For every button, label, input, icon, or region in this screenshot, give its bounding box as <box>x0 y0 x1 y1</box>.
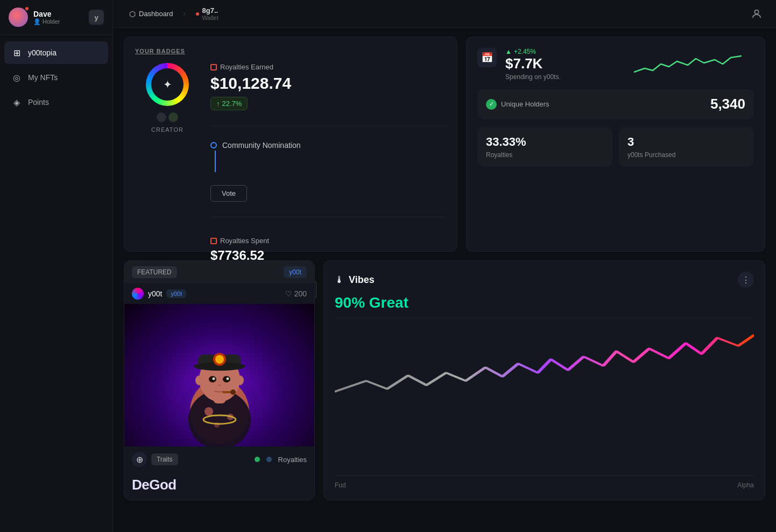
heart-icon: ♡ <box>285 289 292 298</box>
dashboard-label: Dashboard <box>139 10 173 18</box>
user-role: 👤 Holder <box>33 18 83 25</box>
traits-active-dot <box>255 457 260 462</box>
holders-left: ✓ Unique Holders <box>486 99 549 110</box>
vibes-divider <box>335 318 754 318</box>
user-name: Dave <box>33 10 83 18</box>
thermometer-icon: 🌡 <box>335 274 344 286</box>
arrow-up-icon-2: ▲ <box>505 48 512 55</box>
nft-username: y00t <box>148 289 162 298</box>
spending-chart <box>634 48 754 75</box>
wallet-address: 8g7.. <box>202 6 218 15</box>
holders-check-icon: ✓ <box>486 99 497 110</box>
royalties-pct-label: Royalties <box>486 151 604 159</box>
royalties-spent-label: Royalties Spent <box>220 237 269 245</box>
purchased-value: 3 <box>627 135 745 149</box>
vibes-title: Vibes <box>349 274 375 286</box>
dashboard-icon: ⬡ <box>129 10 136 18</box>
royalties-earned-pct: 22.7% <box>222 100 242 108</box>
red-square-icon <box>210 64 217 70</box>
svg-point-17 <box>212 378 215 380</box>
holders-label: Unique Holders <box>501 100 549 108</box>
y-badge[interactable]: y <box>89 10 104 25</box>
nft-tag-y00t: y00t <box>284 266 307 278</box>
stats-spending-row: 📅 ▲ +2.45% $7.7K Spending on y00ts. <box>477 48 754 81</box>
sidebar-item-label: y00topia <box>28 48 57 57</box>
stats-card: 📅 ▲ +2.45% $7.7K Spending on y00ts. <box>466 37 765 252</box>
nft-card: FEATURED y00t y00t y00t ♡ 200 <box>124 260 315 500</box>
arrow-up-icon: ↑ <box>216 100 220 108</box>
points-icon: ◈ <box>11 96 23 108</box>
nft-traits-label[interactable]: Traits <box>151 453 178 465</box>
sidebar-item-label: My NFTs <box>28 73 58 82</box>
svg-point-4 <box>204 407 213 416</box>
nft-likes-count: 200 <box>294 289 307 298</box>
holders-row: ✓ Unique Holders 5,340 <box>477 89 754 119</box>
nft-title: DeGod <box>132 477 307 493</box>
nft-name-row: y00t y00t <box>132 288 186 300</box>
vibes-menu-button[interactable]: ⋮ <box>738 272 754 288</box>
nft-likes: ♡ 200 <box>285 289 307 298</box>
nomination-indicator <box>210 141 217 172</box>
user-info: Dave 👤 Holder <box>33 10 83 25</box>
badge-small-1 <box>157 112 166 122</box>
topbar-wallet[interactable]: 8g7.. Wallet <box>191 3 224 24</box>
vibes-quality: Great <box>369 294 408 311</box>
nft-royalties-label[interactable]: Royalties <box>278 456 307 464</box>
nomination-section: Community Nomination <box>210 141 446 172</box>
red-square-icon-2 <box>210 238 217 244</box>
nft-title-section: DeGod <box>124 472 314 500</box>
notification-dot <box>25 6 29 11</box>
vibes-title-row: 🌡 Vibes <box>335 274 375 286</box>
nomination-dot <box>210 142 217 148</box>
nomination-content: Community Nomination <box>222 141 301 172</box>
sidebar-item-points[interactable]: ◈ Points <box>4 91 108 114</box>
royalties-earned-header: Royalties Earned <box>210 63 446 71</box>
vote-button[interactable]: Vote <box>210 185 247 202</box>
wallet-label: Wallet <box>202 15 218 21</box>
royalties-spent-header: Royalties Spent <box>210 237 446 245</box>
profile-icon[interactable] <box>748 5 765 23</box>
purchased-stat-box: 3 y00ts Purchased <box>619 127 754 166</box>
nft-footer-icons: ⊕ Traits <box>132 452 178 467</box>
stats-bottom: 33.33% Royalties 3 y00ts Purchased <box>477 127 754 166</box>
badge-circle: ✦ <box>146 63 189 106</box>
nft-image <box>124 304 314 446</box>
nft-footer-logo: ⊕ <box>132 452 147 467</box>
content-area: YOUR BADGES ✦ CREATOR <box>113 28 776 532</box>
sidebar-user: Dave 👤 Holder y <box>0 0 112 35</box>
sidebar-item-y00topia[interactable]: ⊞ y00topia <box>4 41 108 64</box>
royalties-inactive-dot <box>266 457 272 462</box>
svg-point-22 <box>236 375 244 385</box>
sidebar-item-my-nfts[interactable]: ◎ My NFTs <box>4 66 108 89</box>
svg-point-20 <box>230 389 236 395</box>
royalties-earned-label: Royalties Earned <box>220 63 273 71</box>
spending-section: ▲ +2.45% $7.7K Spending on y00ts. <box>505 48 625 81</box>
calendar-icon: 📅 <box>477 48 497 67</box>
nomination-label: Community Nomination <box>222 141 301 150</box>
user-role-icon: 👤 <box>33 18 43 25</box>
royalties-earned-amount: $10,128.74 <box>210 74 446 93</box>
nft-avatar-dot <box>132 288 144 300</box>
nft-tag-featured: FEATURED <box>132 266 177 278</box>
svg-point-0 <box>754 10 758 13</box>
nft-username-badge: y00t <box>166 289 186 298</box>
sidebar: Dave 👤 Holder y ⊞ y00topia ◎ My NFTs ◈ P… <box>0 0 113 532</box>
royalties-stat-box: 33.33% Royalties <box>477 127 612 166</box>
avatar <box>9 8 28 27</box>
fud-label: Fud <box>335 481 346 489</box>
vibes-header: 🌡 Vibes ⋮ <box>335 272 754 288</box>
royalties-earned-section: Royalties Earned $10,128.74 ↑ 22.7% <box>210 63 446 110</box>
svg-point-18 <box>226 378 229 380</box>
badge-small-row <box>157 112 178 122</box>
topbar-divider: › <box>183 8 186 19</box>
badge-label: CREATOR <box>151 126 184 133</box>
wallet-status-dot <box>196 12 199 16</box>
purchased-label: y00ts Purchased <box>627 151 745 159</box>
divider-2 <box>210 217 446 217</box>
topbar-dashboard[interactable]: ⬡ Dashboard <box>124 6 179 22</box>
bottom-section: FEATURED y00t y00t y00t ♡ 200 <box>124 260 765 500</box>
badge-small-2 <box>168 112 178 122</box>
sidebar-item-label: Points <box>28 98 49 107</box>
spending-label: Spending on y00ts. <box>505 73 625 81</box>
badges-card: YOUR BADGES ✦ CREATOR <box>124 37 457 252</box>
